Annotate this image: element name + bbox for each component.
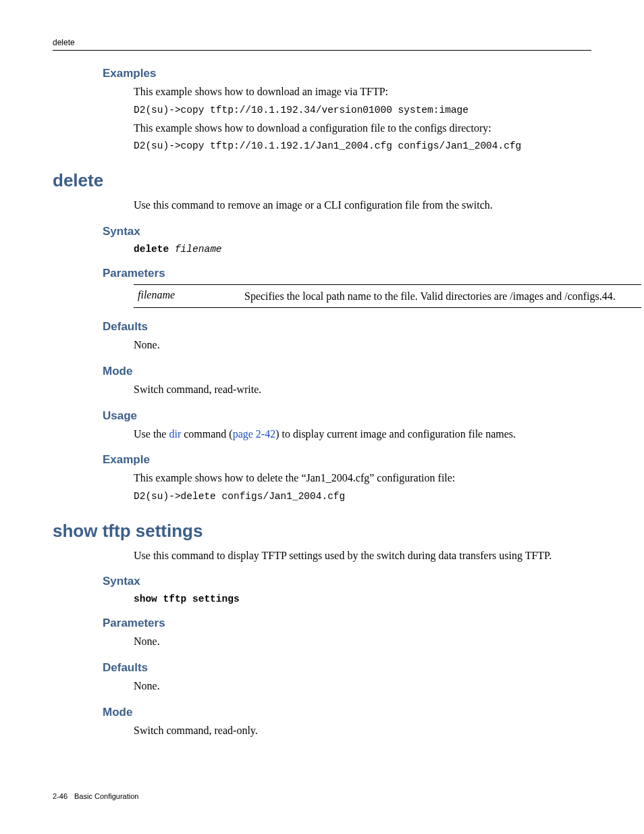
running-head: delete (53, 38, 591, 47)
table-row: filename Specifies the local path name t… (134, 289, 641, 304)
param-name: filename (134, 289, 244, 304)
examples-body-1: This example shows how to download an im… (134, 84, 591, 99)
footer-page-number: 2-46 (53, 792, 68, 800)
show-tftp-syntax-code: show tftp settings (134, 594, 591, 604)
header-rule (53, 50, 591, 51)
show-tftp-parameters-body: None. (134, 634, 591, 649)
heading-delete-defaults: Defaults (103, 320, 591, 334)
heading-show-tftp-parameters: Parameters (103, 617, 591, 630)
usage-text-suffix: ) to display current image and configura… (275, 428, 516, 440)
heading-show-tftp-settings: show tftp settings (53, 521, 591, 542)
examples-code-2: D2(su)->copy tftp://10.1.192.1/Jan1_2004… (134, 140, 591, 151)
heading-delete: delete (53, 170, 591, 191)
syntax-arg: filename (175, 244, 222, 255)
syntax-cmd: show tftp settings (134, 594, 240, 604)
show-tftp-intro: Use this command to display TFTP setting… (134, 548, 591, 563)
delete-intro: Use this command to remove an image or a… (134, 198, 591, 213)
delete-mode-body: Switch command, read-write. (134, 382, 591, 397)
usage-text-mid: command ( (181, 428, 232, 440)
heading-delete-usage: Usage (103, 409, 591, 423)
examples-body-2: This example shows how to download a con… (134, 121, 591, 136)
heading-show-tftp-syntax: Syntax (103, 575, 591, 588)
heading-delete-mode: Mode (103, 365, 591, 378)
heading-show-tftp-mode: Mode (103, 706, 591, 719)
page-footer: 2-46Basic Configuration (53, 792, 138, 800)
page-container: delete Examples This example shows how t… (0, 0, 644, 834)
heading-delete-parameters: Parameters (103, 267, 591, 280)
examples-code-1: D2(su)->copy tftp://10.1.192.34/version0… (134, 105, 591, 115)
show-tftp-mode-body: Switch command, read-only. (134, 723, 591, 738)
delete-example-code: D2(su)->delete configs/Jan1_2004.cfg (134, 491, 591, 502)
heading-show-tftp-defaults: Defaults (103, 661, 591, 675)
link-page-2-42[interactable]: page 2-42 (233, 428, 276, 440)
heading-delete-syntax: Syntax (103, 225, 591, 238)
link-dir-command[interactable]: dir (169, 428, 181, 440)
delete-defaults-body: None. (134, 338, 591, 353)
delete-usage-body: Use the dir command (page 2-42) to displ… (134, 427, 591, 442)
delete-syntax-code: delete filename (134, 244, 591, 255)
footer-section-title: Basic Configuration (74, 792, 138, 800)
delete-param-table: filename Specifies the local path name t… (134, 284, 641, 309)
delete-example-body: This example shows how to delete the “Ja… (134, 471, 591, 486)
usage-text-prefix: Use the (134, 428, 169, 440)
show-tftp-defaults-body: None. (134, 679, 591, 694)
heading-delete-example: Example (103, 453, 591, 467)
param-desc: Specifies the local path name to the fil… (244, 289, 641, 304)
heading-examples: Examples (103, 67, 591, 80)
syntax-cmd: delete (134, 244, 169, 255)
